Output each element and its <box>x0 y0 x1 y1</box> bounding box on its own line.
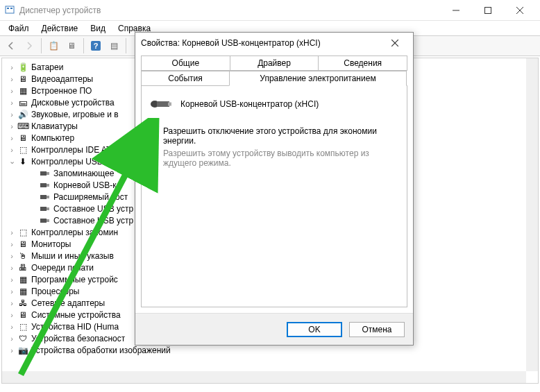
expander-closed-icon[interactable]: › <box>8 311 16 319</box>
expander-closed-icon[interactable]: › <box>8 63 16 71</box>
device-category-icon: 🖱 <box>17 250 28 262</box>
tab-events[interactable]: События <box>141 71 230 86</box>
menu-action[interactable]: Действие <box>36 22 84 35</box>
tree-item-label: Клавиатуры <box>31 121 78 131</box>
toolbar-icon-3[interactable]: ▤ <box>106 37 122 54</box>
expander-closed-icon[interactable]: › <box>8 240 16 248</box>
device-category-icon: ▦ <box>17 85 28 96</box>
tree-child-label: Расширяемый хост <box>53 192 128 202</box>
expander-closed-icon[interactable]: › <box>8 264 16 272</box>
svg-rect-9 <box>40 171 47 176</box>
tree-item-label: Звуковые, игровые и в <box>31 110 119 119</box>
device-category-icon: ⌨ <box>17 121 28 132</box>
expander-closed-icon[interactable]: › <box>8 252 16 260</box>
device-category-icon: ▦ <box>17 274 28 285</box>
tree-item-label: Мониторы <box>31 239 71 249</box>
device-category-icon: ⬚ <box>17 321 28 332</box>
svg-rect-14 <box>47 196 49 198</box>
svg-rect-15 <box>40 207 47 211</box>
tree-item-label: Устройства безопасност <box>31 334 125 343</box>
svg-rect-1 <box>7 8 9 9</box>
tree-item-label: Мыши и иные указыв <box>31 251 114 261</box>
menu-view[interactable]: Вид <box>85 22 111 35</box>
tab-power-management[interactable]: Управление электропитанием <box>229 71 407 86</box>
tree-item-label: Встроенное ПО <box>31 86 92 96</box>
back-button[interactable] <box>3 37 19 54</box>
tree-item-label: Устройства обработки изображений <box>31 346 171 355</box>
expander-closed-icon[interactable]: › <box>8 346 16 355</box>
expander-closed-icon[interactable]: › <box>8 75 16 83</box>
tree-item-label: Контроллеры USB <box>31 157 103 167</box>
window-controls <box>440 0 536 20</box>
expander-open-icon[interactable]: ⌄ <box>8 157 16 166</box>
menu-file[interactable]: Файл <box>3 22 35 35</box>
device-category-icon: 📷 <box>17 345 28 356</box>
expander-closed-icon[interactable]: › <box>8 323 16 331</box>
svg-rect-11 <box>40 183 47 187</box>
expander-closed-icon[interactable]: › <box>8 299 16 307</box>
horizontal-scrollbar[interactable] <box>2 371 526 383</box>
close-button[interactable] <box>504 0 536 20</box>
dialog-close-button[interactable] <box>382 33 407 53</box>
vertical-scrollbar[interactable] <box>526 58 538 371</box>
forward-button[interactable] <box>21 37 37 54</box>
svg-rect-18 <box>47 219 49 222</box>
tabstrip: Общие Драйвер Сведения События Управлени… <box>141 56 407 86</box>
device-category-icon: 🖴 <box>17 97 28 108</box>
tab-general[interactable]: Общие <box>141 56 230 71</box>
svg-rect-2 <box>10 8 12 9</box>
dialog-footer: OK Отмена <box>135 313 413 345</box>
checkbox-allow-turnoff-label: Разрешить отключение этого устройства дл… <box>163 126 398 146</box>
usb-connector-icon <box>40 168 51 179</box>
expander-closed-icon[interactable]: › <box>8 134 16 142</box>
expander-closed-icon[interactable]: › <box>8 110 16 119</box>
svg-rect-0 <box>6 6 14 13</box>
dialog-body: Корневой USB-концентратор (xHCI) Разреши… <box>141 85 407 307</box>
toolbar-icon-2[interactable]: 🖥 <box>63 37 80 54</box>
dialog-titlebar: Свойства: Корневой USB-концентратор (xHC… <box>135 33 413 53</box>
tab-details[interactable]: Сведения <box>318 56 407 71</box>
device-category-icon: ▦ <box>17 286 28 297</box>
usb-device-icon <box>150 96 172 112</box>
minimize-button[interactable] <box>440 0 472 20</box>
checkbox-allow-turnoff-row[interactable]: Разрешить отключение этого устройства дл… <box>150 126 398 146</box>
expander-closed-icon[interactable]: › <box>8 87 16 95</box>
tree-child-label: Составное USB устр <box>53 204 133 214</box>
tree-item-label: Сетевые адаптеры <box>31 298 105 308</box>
tab-driver[interactable]: Драйвер <box>230 56 319 71</box>
device-name: Корневой USB-концентратор (xHCI) <box>180 99 319 109</box>
svg-rect-10 <box>47 172 49 175</box>
ok-button[interactable]: OK <box>287 322 342 337</box>
expander-closed-icon[interactable]: › <box>8 287 16 296</box>
tree-item[interactable]: ›📷Устройства обработки изображений <box>2 344 210 356</box>
toolbar-help-icon[interactable]: ? <box>87 37 104 54</box>
device-category-icon: 🛡 <box>17 333 28 344</box>
usb-connector-icon <box>40 215 51 226</box>
tree-child-label: Запоминающее <box>53 169 114 178</box>
expander-closed-icon[interactable]: › <box>8 228 16 237</box>
toolbar-icon-1[interactable]: 📋 <box>45 37 62 54</box>
checkbox-allow-wake-label: Разрешить этому устройству выводить комп… <box>163 148 398 168</box>
device-category-icon: 🖧 <box>17 298 28 309</box>
tree-item-label: Процессоры <box>31 287 80 296</box>
dialog-title: Свойства: Корневой USB-концентратор (xHC… <box>141 38 321 48</box>
device-header: Корневой USB-концентратор (xHCI) <box>150 96 398 112</box>
device-category-icon: ⬚ <box>17 227 28 238</box>
tree-child-label: Корневой USB-к <box>53 180 117 190</box>
cancel-button[interactable]: Отмена <box>349 322 405 337</box>
device-category-icon: 🖥 <box>17 309 28 321</box>
tree-item-label: Программные устройс <box>31 275 118 284</box>
svg-rect-23 <box>157 101 169 107</box>
expander-closed-icon[interactable]: › <box>8 146 16 154</box>
expander-closed-icon[interactable]: › <box>8 99 16 107</box>
device-category-icon: 🔊 <box>17 109 28 120</box>
maximize-button[interactable] <box>472 0 504 20</box>
expander-closed-icon[interactable]: › <box>8 334 16 343</box>
svg-text:?: ? <box>94 42 99 50</box>
device-category-icon: 🔋 <box>17 62 28 73</box>
checkbox-allow-turnoff[interactable] <box>150 127 159 136</box>
tree-item-label: Видеоадаптеры <box>31 74 93 84</box>
expander-closed-icon[interactable]: › <box>8 122 16 130</box>
expander-closed-icon[interactable]: › <box>8 275 16 284</box>
svg-rect-13 <box>40 195 47 199</box>
